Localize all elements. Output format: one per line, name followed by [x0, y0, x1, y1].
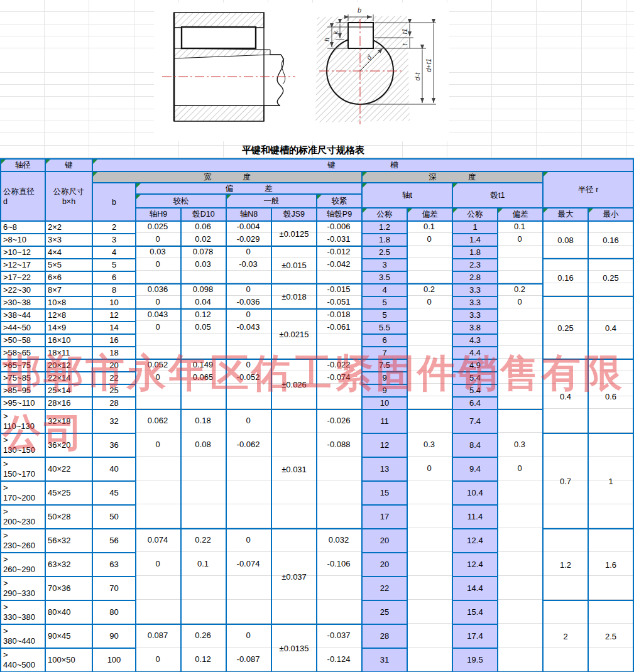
tolerance-value-cell[interactable] — [497, 552, 542, 576]
tolerance-value-cell[interactable]: 0.087 — [135, 624, 180, 648]
tolerance-value-cell[interactable] — [180, 333, 226, 346]
tolerance-value-cell[interactable] — [542, 271, 588, 283]
tolerance-value-cell[interactable] — [316, 480, 361, 504]
tolerance-value-cell[interactable]: 0.098 — [180, 283, 226, 296]
tolerance-value-cell[interactable] — [542, 233, 588, 246]
tolerance-value-cell[interactable]: 0.1 — [497, 220, 542, 233]
key-size-cell[interactable]: 36×20 — [45, 433, 93, 458]
tolerance-value-cell[interactable] — [226, 333, 271, 346]
shaft-diameter-cell[interactable]: >22~30 — [0, 283, 46, 297]
tolerance-value-cell[interactable] — [497, 359, 542, 371]
tolerance-value-cell[interactable]: -0.061 — [316, 321, 361, 333]
tolerance-value-cell[interactable] — [271, 321, 316, 333]
tolerance-value-cell[interactable] — [316, 576, 361, 600]
tolerance-value-cell[interactable] — [271, 528, 316, 552]
header-t1-nominal[interactable]: 公称 — [452, 207, 498, 222]
shaft-diameter-cell[interactable]: > 130~150 — [0, 433, 46, 458]
tolerance-value-cell[interactable] — [226, 457, 271, 480]
tolerance-value-cell[interactable] — [407, 308, 452, 321]
tolerance-value-cell[interactable] — [497, 480, 542, 504]
tolerance-value-cell[interactable] — [180, 346, 226, 359]
hub-depth-nominal-cell[interactable]: 12.4 — [452, 552, 498, 577]
shaft-diameter-cell[interactable]: >8~10 — [0, 233, 46, 247]
tolerance-value-cell[interactable] — [271, 648, 316, 671]
tolerance-value-cell[interactable] — [542, 504, 588, 528]
tolerance-value-cell[interactable]: 0 — [407, 233, 452, 246]
hub-depth-nominal-cell[interactable]: 3.3 — [452, 296, 498, 310]
tolerance-value-cell[interactable]: 0.062 — [135, 409, 180, 433]
key-size-cell[interactable]: 70×36 — [45, 576, 93, 601]
tolerance-value-cell[interactable] — [316, 457, 361, 480]
header-normal-fit[interactable]: 一般 — [226, 193, 317, 209]
tolerance-value-cell[interactable]: -0.015 — [316, 283, 361, 296]
tolerance-value-cell[interactable] — [316, 384, 361, 396]
tolerance-value-cell[interactable] — [588, 433, 633, 457]
tolerance-value-cell[interactable] — [497, 371, 542, 384]
tolerance-value-cell[interactable] — [497, 504, 542, 528]
tolerance-value-cell[interactable]: 0.04 — [180, 296, 226, 308]
tolerance-value-cell[interactable] — [271, 576, 316, 600]
header-key[interactable]: 键 — [45, 158, 93, 172]
shaft-depth-nominal-cell[interactable]: 7 — [361, 346, 408, 360]
hub-depth-nominal-cell[interactable]: 14.4 — [452, 576, 498, 601]
tolerance-value-cell[interactable] — [542, 648, 588, 671]
tolerance-value-cell[interactable] — [271, 258, 316, 271]
tolerance-value-cell[interactable] — [588, 308, 633, 321]
shaft-diameter-cell[interactable]: >44~50 — [0, 321, 46, 335]
tolerance-value-cell[interactable] — [407, 504, 452, 528]
key-size-cell[interactable]: 10×8 — [45, 296, 93, 310]
tolerance-value-cell[interactable] — [271, 359, 316, 371]
shaft-diameter-cell[interactable]: >75~85 — [0, 371, 46, 385]
tolerance-value-cell[interactable]: 0 — [226, 624, 271, 648]
header-t-nominal[interactable]: 公称 — [361, 207, 408, 222]
header-shaft-hub-p9[interactable]: 轴毂P9 — [316, 207, 363, 222]
key-width-cell[interactable]: 50 — [92, 504, 136, 529]
shaft-depth-nominal-cell[interactable]: 12 — [361, 433, 408, 458]
key-size-cell[interactable]: 80×40 — [45, 600, 93, 625]
key-width-cell[interactable]: 3 — [92, 233, 136, 247]
tolerance-value-cell[interactable] — [588, 457, 633, 480]
header-nominal-diameter[interactable]: 公称直径 d — [0, 171, 46, 222]
tolerance-value-cell[interactable]: -0.022 — [316, 359, 361, 371]
key-width-cell[interactable]: 16 — [92, 333, 136, 347]
tolerance-value-cell[interactable] — [588, 220, 633, 233]
tolerance-value-cell[interactable]: -0.043 — [226, 321, 271, 333]
shaft-depth-nominal-cell[interactable]: 1.8 — [361, 233, 408, 247]
hub-depth-nominal-cell[interactable]: 10.4 — [452, 480, 498, 506]
shaft-depth-nominal-cell[interactable]: 5.5 — [361, 321, 408, 335]
header-shaft-n8[interactable]: 轴N8 — [226, 207, 272, 222]
key-width-cell[interactable]: 63 — [92, 552, 136, 577]
tolerance-value-cell[interactable] — [588, 552, 633, 576]
tolerance-value-cell[interactable] — [497, 308, 542, 321]
tolerance-value-cell[interactable] — [135, 504, 180, 528]
shaft-diameter-cell[interactable]: > 290~330 — [0, 576, 46, 601]
key-size-cell[interactable]: 25×14 — [45, 384, 93, 398]
tolerance-value-cell[interactable] — [407, 396, 452, 409]
tolerance-value-cell[interactable]: -0.106 — [316, 552, 361, 576]
header-b[interactable]: b — [92, 182, 136, 222]
hub-depth-nominal-cell[interactable]: 17.4 — [452, 624, 498, 649]
shaft-depth-nominal-cell[interactable]: 15 — [361, 480, 408, 506]
key-width-cell[interactable]: 56 — [92, 528, 136, 553]
tolerance-value-cell[interactable] — [407, 528, 452, 552]
shaft-diameter-cell[interactable]: >65~75 — [0, 359, 46, 372]
tolerance-value-cell[interactable] — [542, 371, 588, 384]
shaft-diameter-cell[interactable]: > 380~440 — [0, 624, 46, 649]
tolerance-value-cell[interactable] — [407, 480, 452, 504]
key-width-cell[interactable]: 10 — [92, 296, 136, 310]
tolerance-value-cell[interactable] — [588, 258, 633, 271]
tolerance-value-cell[interactable]: -0.088 — [316, 433, 361, 457]
tolerance-value-cell[interactable] — [588, 528, 633, 552]
tolerance-value-cell[interactable]: 0 — [135, 321, 180, 333]
tolerance-value-cell[interactable] — [316, 271, 361, 283]
tolerance-value-cell[interactable] — [180, 504, 226, 528]
tolerance-value-cell[interactable] — [407, 648, 452, 671]
tolerance-value-cell[interactable]: -0.018 — [316, 308, 361, 321]
tolerance-value-cell[interactable]: -0.062 — [226, 433, 271, 457]
tolerance-value-cell[interactable] — [407, 624, 452, 648]
tolerance-value-cell[interactable]: -0.004 — [226, 220, 271, 233]
tolerance-value-cell[interactable] — [271, 333, 316, 346]
tolerance-value-cell[interactable]: 0 — [135, 296, 180, 308]
key-size-cell[interactable]: 14×9 — [45, 321, 93, 335]
tolerance-value-cell[interactable] — [271, 457, 316, 480]
